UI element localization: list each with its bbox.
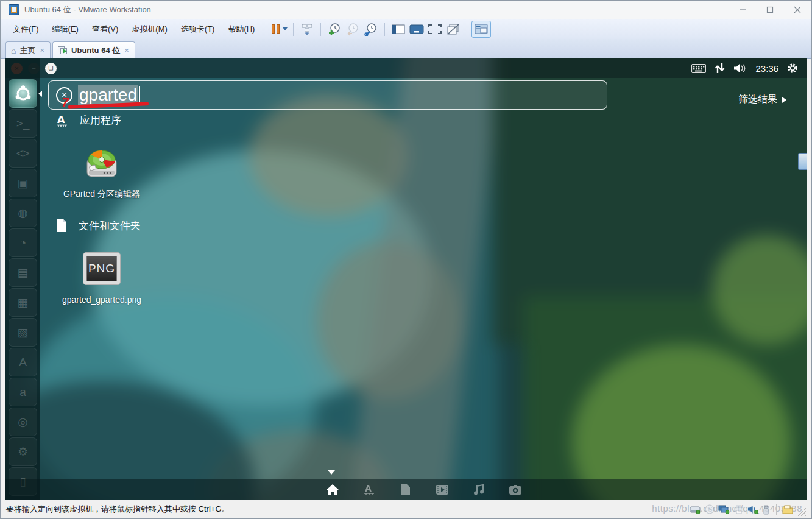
unity-mode-icon xyxy=(447,24,459,35)
fullscreen-button[interactable] xyxy=(426,21,444,37)
menu-help[interactable]: 帮助(H) xyxy=(221,21,261,38)
launcher-item-ubuntu-software[interactable]: A xyxy=(9,348,37,376)
section-files-title: 文件和文件夹 xyxy=(79,219,141,233)
volume-icon[interactable] xyxy=(733,63,747,73)
send-ctrl-alt-del-icon xyxy=(301,23,313,35)
menu-tabs[interactable]: 选项卡(T) xyxy=(174,21,222,38)
home-lens-icon[interactable] xyxy=(319,479,347,500)
pause-vm-button[interactable] xyxy=(270,21,289,37)
menu-edit[interactable]: 编辑(E) xyxy=(46,21,85,38)
photos-lens-icon[interactable] xyxy=(501,479,529,500)
menu-bar: 文件(F) 编辑(E) 查看(V) 虚拟机(M) 选项卡(T) 帮助(H) xyxy=(1,19,811,40)
toolbar-separator xyxy=(384,23,385,36)
launcher-item-terminal[interactable]: >_ xyxy=(9,109,37,138)
session-gear-icon[interactable] xyxy=(787,63,798,74)
console-view-icon xyxy=(475,24,488,34)
show-library-button[interactable] xyxy=(389,21,408,37)
result-png-label: gparted_gparted.png xyxy=(53,295,150,305)
launcher-item-system-settings[interactable]: ⚙ xyxy=(9,437,37,466)
status-message: 要将输入定向到该虚拟机，请将鼠标指针移入其中或按 Ctrl+G。 xyxy=(6,504,230,515)
statusbar-separator xyxy=(776,504,777,515)
pause-icon xyxy=(272,24,280,34)
filter-results-button[interactable]: 筛选结果 xyxy=(738,93,789,106)
launcher-item-gparted[interactable]: ◎ xyxy=(9,408,37,436)
title-bar: Ubuntu 64 位 - VMware Workstation xyxy=(1,1,811,19)
launcher-item-dash-home[interactable] xyxy=(9,79,37,108)
launcher-item-libreoffice-impress[interactable]: ▧ xyxy=(9,318,37,347)
launcher-item-firefox[interactable]: ◔ xyxy=(9,228,37,257)
launcher-item-file-manager[interactable]: ▣ xyxy=(9,169,37,197)
menu-vm[interactable]: 虚拟机(M) xyxy=(125,21,174,38)
resize-grip[interactable] xyxy=(797,507,806,516)
tab-home-close-icon[interactable]: × xyxy=(39,46,45,55)
applications-lens-icon: A xyxy=(55,114,69,127)
section-files: 文件和文件夹 xyxy=(55,218,141,233)
message-log-icon[interactable] xyxy=(782,504,793,515)
section-applications: A 应用程序 xyxy=(55,113,121,127)
clock[interactable]: 23:36 xyxy=(755,63,778,74)
svg-text:A: A xyxy=(57,114,65,125)
vm-screen[interactable]: × – ❏ 23:36 >_<>▣◍◔▤▦▧Aa◎⚙▯ ✕ gparted 7 … xyxy=(5,58,807,500)
tab-home[interactable]: ⌂ 主页 × xyxy=(5,41,51,58)
tab-ubuntu[interactable]: Ubuntu 64 位 × xyxy=(52,41,135,58)
lens-bar: A xyxy=(5,479,807,500)
window-title: Ubuntu 64 位 - VMware Workstation xyxy=(24,4,151,15)
launcher-item-chromium[interactable]: ◍ xyxy=(9,199,37,227)
hard-disk-icon[interactable] xyxy=(690,504,701,514)
minimize-button[interactable] xyxy=(729,1,756,19)
console-view-button[interactable] xyxy=(471,21,491,38)
menu-view[interactable]: 查看(V) xyxy=(85,21,125,38)
close-button[interactable] xyxy=(783,1,811,19)
take-snapshot-button[interactable] xyxy=(325,21,344,37)
network-adapter-icon[interactable] xyxy=(718,504,730,514)
printer-icon[interactable] xyxy=(733,504,744,514)
png-file-icon: PNG xyxy=(83,252,121,285)
snapshot-manager-button[interactable] xyxy=(362,21,380,37)
toolbar-separator xyxy=(467,23,467,36)
video-lens-icon[interactable] xyxy=(428,479,456,500)
home-icon: ⌂ xyxy=(11,46,16,55)
applications-lens-icon[interactable]: A xyxy=(355,479,383,500)
fullscreen-icon xyxy=(428,24,442,34)
tab-ubuntu-close-icon[interactable]: × xyxy=(124,46,130,55)
gparted-drive-icon xyxy=(83,144,120,182)
tab-bar: ⌂ 主页 × Ubuntu 64 位 × xyxy=(1,39,811,59)
unity-mode-button[interactable] xyxy=(444,21,462,37)
cd-rom-icon[interactable] xyxy=(704,504,715,514)
status-bar: 要将输入定向到该虚拟机，请将鼠标指针移入其中或按 Ctrl+G。 https:/… xyxy=(1,500,811,518)
section-applications-title: 应用程序 xyxy=(80,113,121,127)
files-lens-icon xyxy=(55,218,68,233)
send-ctrl-alt-del-button[interactable] xyxy=(298,21,316,37)
show-thumbnail-bar-button[interactable] xyxy=(408,21,426,37)
files-lens-icon[interactable] xyxy=(392,479,420,500)
collapse-dash-icon[interactable] xyxy=(328,470,335,478)
result-gparted-label: GParted 分区编辑器 xyxy=(53,189,150,200)
music-lens-icon[interactable] xyxy=(465,479,493,500)
toolbar-separator xyxy=(320,23,321,36)
guest-top-panel: × – ❏ 23:36 xyxy=(5,58,807,78)
edge-widget[interactable] xyxy=(798,153,807,170)
revert-snapshot-button[interactable] xyxy=(344,21,362,37)
guest-maximize-icon[interactable]: ❏ xyxy=(45,63,57,74)
revert-snapshot-icon xyxy=(346,23,359,36)
launcher-item-libreoffice-calc[interactable]: ▦ xyxy=(9,288,37,317)
vmware-window: Ubuntu 64 位 - VMware Workstation 文件(F) 编… xyxy=(0,0,812,519)
vm-icon xyxy=(58,46,68,54)
annotation-mark: 7 xyxy=(62,95,69,110)
launcher-item-code-editor[interactable]: <> xyxy=(9,139,37,168)
usb-icon[interactable] xyxy=(762,504,771,515)
sound-icon[interactable] xyxy=(747,504,759,514)
keyboard-icon[interactable] xyxy=(691,64,706,73)
menu-file[interactable]: 文件(F) xyxy=(6,21,46,38)
result-gparted-app[interactable]: GParted 分区编辑器 xyxy=(53,144,150,200)
text-caret xyxy=(139,86,140,104)
network-arrows-icon[interactable] xyxy=(715,63,725,73)
launcher-item-amazon[interactable]: a xyxy=(9,378,37,406)
launcher-item-libreoffice-writer[interactable]: ▤ xyxy=(9,258,37,287)
svg-text:A: A xyxy=(365,484,372,493)
tab-ubuntu-label: Ubuntu 64 位 xyxy=(71,45,120,56)
maximize-button[interactable] xyxy=(756,1,783,19)
show-thumbnail-bar-icon xyxy=(409,24,424,34)
result-gparted-png[interactable]: PNG gparted_gparted.png xyxy=(53,252,150,305)
show-library-icon xyxy=(392,24,405,34)
